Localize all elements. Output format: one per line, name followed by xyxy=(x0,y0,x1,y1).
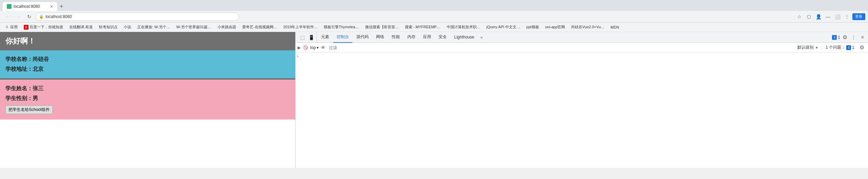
console-issue-icon: ℹ xyxy=(846,45,851,50)
devtools-tab-memory[interactable]: 内存 xyxy=(404,32,419,43)
bookmark-novel[interactable]: 小说 xyxy=(122,24,133,30)
browser-chrome: 🌐 localhost:8080 × + ← → ↻ 🔒 localhost:8… xyxy=(0,0,868,32)
bookmark-baidu[interactable]: B 百度一下，你就知道 xyxy=(22,24,65,30)
update-button[interactable]: 更新 xyxy=(852,13,865,20)
student-gender-line: 学生性别：男 xyxy=(5,95,290,102)
devtools-tab-network[interactable]: 网络 xyxy=(373,32,388,43)
tab-memory-label: 内存 xyxy=(407,34,415,40)
bookmark-label: 模板引擎Thymelea… xyxy=(324,25,359,30)
console-settings-button[interactable]: ⚙ xyxy=(858,44,866,52)
console-no-icon[interactable]: 🚫 xyxy=(303,45,308,50)
toolbar-icons: ☆ ⬡ 👤 — ⬜ ⋮ 更新 xyxy=(795,13,865,21)
devtools-device-button[interactable]: 📱 xyxy=(307,33,315,42)
devtools-tab-elements[interactable]: 元素 xyxy=(318,32,333,43)
bookmark-label: 爱奇艺-在线视频网… xyxy=(242,25,277,30)
student-name-value: 张三 xyxy=(33,85,43,91)
devtools-tab-performance[interactable]: 性能 xyxy=(388,32,403,43)
apps-icon: ⠿ xyxy=(4,25,9,30)
tab-title: localhost:8080 xyxy=(14,4,48,9)
bookmark-translate[interactable]: 在线翻译,有道 xyxy=(68,24,94,30)
forward-button[interactable]: → xyxy=(14,13,23,21)
bookmarks-bar: ⠿ 应用 B 百度一下，你就知道 在线翻译,有道 软考知识点 小说 正在播放: … xyxy=(0,22,868,32)
devtools-tab-security[interactable]: 安全 xyxy=(435,32,450,43)
bookmark-label: W-另个世界篇01篇… xyxy=(176,25,211,30)
reload-button[interactable]: ↻ xyxy=(24,13,34,21)
bookmark-ppt[interactable]: ppt模板 xyxy=(525,24,541,30)
bookmark-xiaomi[interactable]: 小米路由器 xyxy=(216,24,238,30)
console-context-selector[interactable]: top ▾ xyxy=(310,45,319,50)
devtools-left-icons: ⬚ 📱 xyxy=(297,32,317,43)
bookmark-label: jQuery API 中文文… xyxy=(486,25,520,30)
console-eye-icon[interactable]: 👁 xyxy=(321,45,325,50)
bookmark-wechat[interactable]: 微信搜索【听音室… xyxy=(364,24,401,30)
tab-console-label: 控制台 xyxy=(337,34,349,40)
tab-security-label: 安全 xyxy=(439,34,447,40)
maximize-button[interactable]: ⬜ xyxy=(833,13,842,21)
bookmark-2019[interactable]: 2019年上半年软件… xyxy=(282,24,319,30)
console-issue-badge: 1 个问题： ℹ 1 xyxy=(826,45,854,50)
chevron-down-icon: ▾ xyxy=(317,45,319,50)
bookmark-myfreemp[interactable]: 搜索 - MYFREEMP… xyxy=(403,24,442,30)
devtools-close-button[interactable]: × xyxy=(858,33,867,42)
bookmark-iqiyi[interactable]: 爱奇艺-在线视频网… xyxy=(241,24,279,30)
console-level-label: 默认级别 xyxy=(797,45,814,50)
tab-elements-label: 元素 xyxy=(321,34,329,40)
console-content: › xyxy=(296,52,868,168)
school-name-value: 尚硅谷 xyxy=(33,56,49,62)
bookmark-label: ppt模板 xyxy=(526,25,539,30)
devtools-toolbar: ⬚ 📱 元素 控制台 源代码 网络 性能 内存 应用 xyxy=(296,32,868,43)
tabs-bar: 🌐 localhost:8080 × + xyxy=(0,0,868,11)
bookmark-thymeleaf[interactable]: 模板引擎Thymelea… xyxy=(322,24,360,30)
bookmark-label: 小说 xyxy=(124,25,131,30)
nav-bar: ← → ↻ 🔒 localhost:8080 ☆ ⬡ 👤 — ⬜ ⋮ 更新 xyxy=(0,11,868,22)
devtools-inspect-button[interactable]: ⬚ xyxy=(298,33,306,42)
baidu-icon: B xyxy=(24,25,29,30)
tab-close-button[interactable]: × xyxy=(50,4,53,9)
bookmark-mdn[interactable]: MDN xyxy=(609,25,621,30)
minimize-button[interactable]: — xyxy=(824,13,832,21)
devtools-tab-lighthouse[interactable]: Lighthouse xyxy=(451,32,478,43)
bookmark-apps[interactable]: ⠿ 应用 xyxy=(3,24,19,30)
bookmark-ccf[interactable]: 中国计算机技术职… xyxy=(445,24,482,30)
devtools-panel: ⬚ 📱 元素 控制台 源代码 网络 性能 内存 应用 xyxy=(296,32,868,168)
user-profile-button[interactable]: 👤 xyxy=(814,13,822,21)
bookmark-vue[interactable]: 尚硅谷Vue2.0+Vu… xyxy=(569,24,606,30)
bookmark-label: MDN xyxy=(610,25,619,29)
tab-performance-label: 性能 xyxy=(392,34,400,40)
bookmark-label: 尚硅谷Vue2.0+Vu… xyxy=(571,25,604,30)
extensions-button[interactable]: ⬡ xyxy=(805,13,813,21)
bookmark-label: 微信搜索【听音室… xyxy=(365,25,399,30)
address-text: localhost:8080 xyxy=(46,14,72,19)
bookmark-playing[interactable]: 正在播放: W-另个… xyxy=(136,24,172,30)
new-tab-button[interactable]: + xyxy=(57,2,66,11)
lock-icon: 🔒 xyxy=(39,14,44,19)
console-filter-input[interactable] xyxy=(327,45,795,50)
back-button[interactable]: ← xyxy=(3,13,12,21)
menu-button[interactable]: ⋮ xyxy=(843,13,851,21)
bookmark-label: 在线翻译,有道 xyxy=(69,25,93,30)
devtools-settings-button[interactable]: ⚙ xyxy=(841,33,849,42)
page-header-section: 你好啊！ xyxy=(0,32,295,50)
school-addr-value: 北京 xyxy=(33,66,43,72)
school-section: 学校名称：尚硅谷 学校地址：北京 xyxy=(0,50,295,80)
bookmark-w[interactable]: W-另个世界篇01篇… xyxy=(175,24,213,30)
main-area: 你好啊！ 学校名称：尚硅谷 学校地址：北京 学生姓名：张三 学生性别：男 把学生… xyxy=(0,32,868,168)
devtools-tab-sources[interactable]: 源代码 xyxy=(353,32,372,43)
separator: | xyxy=(821,45,822,50)
console-bar: ▶ 🚫 top ▾ 👁 默认级别 ▾ | 1 个问题： ℹ 1 ⚙ xyxy=(296,43,868,52)
bookmark-uniapp[interactable]: uni-app官网 xyxy=(544,24,567,30)
console-left-arrow: ▶ xyxy=(298,45,301,50)
bookmark-label: 应用 xyxy=(10,25,18,30)
tab-network-label: 网络 xyxy=(376,34,384,40)
devtools-tab-application[interactable]: 应用 xyxy=(420,32,435,43)
bookmark-star-button[interactable]: ☆ xyxy=(795,13,803,21)
bookmark-label: 正在播放: W-另个… xyxy=(137,25,170,30)
devtools-more-options-button[interactable]: ⋮ xyxy=(850,33,858,42)
bookmark-exam[interactable]: 软考知识点 xyxy=(97,24,119,30)
devtools-tab-console[interactable]: 控制台 xyxy=(333,32,352,43)
active-tab[interactable]: 🌐 localhost:8080 × xyxy=(3,2,57,11)
pass-to-school-button[interactable]: 把学生名给School组件 xyxy=(5,105,53,114)
address-bar[interactable]: 🔒 localhost:8080 xyxy=(35,13,239,21)
bookmark-jquery[interactable]: jQuery API 中文文… xyxy=(485,24,522,30)
devtools-more-tabs[interactable]: » xyxy=(478,33,485,42)
